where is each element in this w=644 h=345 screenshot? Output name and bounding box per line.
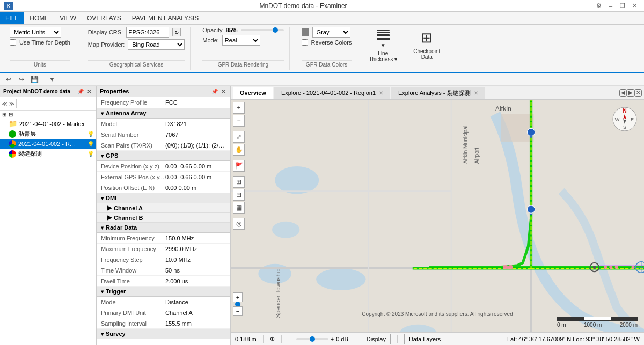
region-vis[interactable]: 💡	[87, 141, 94, 147]
menu-item-overlays[interactable]: OVERLAYS	[82, 12, 127, 24]
tree-item-asphalt[interactable]: 沥青层 💡	[0, 129, 96, 139]
status-sep4	[397, 335, 398, 343]
project-panel-title: Project MnDOT demo data	[3, 89, 70, 94]
dwell-time-row: Dwell Time 2.000 us	[97, 276, 230, 287]
db-slider[interactable]	[296, 338, 328, 340]
tab-overview[interactable]: Overview	[233, 87, 273, 99]
close-button[interactable]: ✕	[629, 2, 640, 10]
tab-bar-close-button[interactable]: ✕	[634, 89, 642, 97]
freq-profile-val: FCC	[165, 99, 226, 106]
trigger-expand-arrow: ▾	[101, 289, 104, 295]
svg-point-14	[527, 128, 535, 136]
opacity-slider[interactable]	[241, 29, 284, 31]
restore-button[interactable]: ❐	[617, 2, 628, 10]
svg-text:Spencer Township: Spencer Township	[275, 268, 281, 318]
qat-undo-button[interactable]: ↩	[3, 75, 14, 84]
map-locate-button[interactable]: ◎	[233, 218, 245, 230]
display-button[interactable]: Display	[362, 334, 391, 344]
props-close-button[interactable]: ✕	[219, 87, 227, 95]
map-tool-sep1	[233, 128, 245, 130]
tree-item-crack[interactable]: 裂缝探测 💡	[0, 149, 96, 159]
asphalt-vis[interactable]: 💡	[87, 131, 94, 137]
channel-a-subsection[interactable]: ▶ Channel A	[97, 203, 230, 213]
trigger-section[interactable]: ▾ Trigger	[97, 287, 230, 297]
zoom-slider[interactable]	[234, 303, 241, 305]
checkpoint-data-button[interactable]: ⊞ CheckpointData	[408, 27, 445, 63]
db-minus-label: —	[288, 336, 294, 342]
opacity-label: Opacity	[202, 27, 222, 33]
tab-explore-close[interactable]: ✕	[379, 90, 383, 96]
tree-folder-1[interactable]: 📁 2021-04-01-002 - Marker	[0, 119, 96, 129]
line-thickness-button[interactable]: ▼ LineThickness ▾	[364, 27, 402, 65]
zoom-increase-button[interactable]: +	[233, 292, 243, 302]
gpr-rendering-label: GPR Data Rendering	[202, 60, 283, 68]
map-add-layer-button[interactable]: ⊞	[233, 176, 245, 188]
tab-explore[interactable]: Explore - 2021-04-01-002 - Region1 ✕	[274, 87, 390, 99]
crs-refresh-button[interactable]: ↻	[172, 28, 181, 36]
panel-expand-toggle[interactable]: ⊞ ⊟	[0, 111, 96, 119]
zoom-decrease-button[interactable]: −	[233, 306, 243, 316]
tab-overview-label: Overview	[240, 90, 266, 96]
menu-item-view[interactable]: VIEW	[54, 12, 82, 24]
tab-explore-analysis[interactable]: Explore Analysis - 裂缝探测 ✕	[391, 87, 485, 99]
settings-button[interactable]: ⚙	[594, 2, 604, 10]
map-zoom-in-button[interactable]: +	[233, 102, 245, 114]
map-provider-select[interactable]: Bing Road Bing Aerial OpenStreetMap	[128, 39, 185, 50]
ribbon-colors-controls: Gray Seismic Rainbow Reverse Colors	[302, 27, 352, 58]
reverse-colors-label: Reverse Colors	[311, 39, 352, 46]
panel-pin-button[interactable]: 📌	[77, 87, 84, 95]
minimize-button[interactable]: –	[605, 2, 616, 10]
crack-vis[interactable]: 💡	[87, 151, 94, 157]
map-tool-sep3	[233, 173, 245, 175]
qat-save-button[interactable]: 💾	[29, 75, 40, 84]
opacity-row: Opacity 85%	[202, 27, 283, 33]
position-offset-row: Position Offset (E N) 0.00 0.00 m	[97, 182, 230, 193]
map-extent-button[interactable]: ⤢	[233, 131, 245, 143]
ribbon: Metric Units Imperial Units Use Time for…	[0, 25, 644, 73]
channel-b-subsection[interactable]: ▶ Channel B	[97, 213, 230, 223]
gps-section[interactable]: ▾ GPS	[97, 151, 230, 161]
menu-item-home[interactable]: HOME	[24, 12, 54, 24]
props-pin-button[interactable]: 📌	[211, 87, 218, 95]
use-time-for-depth-checkbox[interactable]	[10, 39, 16, 46]
time-window-key: Time Window	[101, 267, 165, 274]
title-bar: K MnDOT demo data - Examiner ⚙ – ❐ ✕	[0, 0, 644, 12]
tab-explore-analysis-close[interactable]: ✕	[474, 90, 478, 96]
map-zoom-out-button[interactable]: −	[233, 115, 245, 127]
reverse-colors-checkbox[interactable]	[302, 39, 308, 46]
crs-input[interactable]	[126, 27, 169, 38]
use-time-for-depth-label: Use Time for Depth	[19, 39, 70, 46]
mode-select[interactable]: Real Imaginary Amplitude	[222, 35, 260, 46]
qat-redo-button[interactable]: ↪	[16, 75, 27, 84]
panel-collapse-button[interactable]: ≪	[2, 100, 8, 107]
map-layers-button[interactable]: ▦	[233, 202, 245, 214]
menu-item-file[interactable]: FILE	[0, 12, 24, 24]
svg-text:Aitkin Municipal: Aitkin Municipal	[463, 126, 469, 164]
tab-bar-left-button[interactable]: ◀	[619, 89, 627, 97]
project-search-input[interactable]	[16, 99, 94, 108]
crack-icon	[9, 150, 16, 158]
map-canvas[interactable]: Aitkin Aitkin Municipal Airport Spencer …	[231, 100, 644, 332]
db-value: 0 dB	[336, 336, 348, 342]
tab-bar-right-button[interactable]: ▶	[627, 89, 634, 97]
panel-close-button[interactable]: ✕	[85, 87, 93, 95]
qat-more-button[interactable]: ▼	[47, 75, 57, 84]
radar-expand-arrow: ▾	[101, 225, 104, 231]
map-flag-button[interactable]: 🚩	[233, 160, 245, 172]
color-scheme-select[interactable]: Gray Seismic Rainbow	[312, 27, 350, 38]
asphalt-label: 沥青层	[18, 130, 85, 138]
radar-data-section[interactable]: ▾ Radar Data	[97, 223, 230, 233]
survey-section[interactable]: ▾ Survey	[97, 329, 230, 339]
map-remove-layer-button[interactable]: ⊟	[233, 189, 245, 201]
time-window-val: 50 ns	[165, 267, 226, 274]
panel-expand-button[interactable]: ≫	[9, 100, 15, 107]
units-select[interactable]: Metric Units Imperial Units	[10, 27, 61, 38]
trigger-mode-key: Mode	[101, 299, 165, 305]
data-layers-button[interactable]: Data Layers	[404, 334, 445, 344]
tree-item-region[interactable]: 2021-04-01-002 - R... 💡	[0, 139, 96, 149]
menu-item-pavement-analysis[interactable]: PAVEMENT ANALYSIS	[127, 12, 204, 24]
antenna-array-section[interactable]: ▾ Antenna Array	[97, 108, 230, 119]
map-pan-button[interactable]: ✋	[233, 144, 245, 156]
dmi-section[interactable]: ▾ DMI	[97, 193, 230, 203]
svg-point-21	[508, 265, 513, 269]
